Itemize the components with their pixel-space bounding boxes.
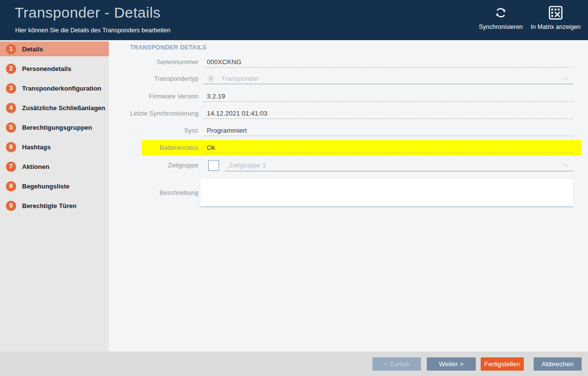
sync-value: Programmiert [207,127,247,134]
next-button[interactable]: Weiter > [427,357,476,371]
show-in-matrix-button[interactable]: In Matrix anzeigen [523,5,588,36]
sidebar-item-berechtigungsgruppen[interactable]: 5 Berechtigungsgruppen [0,120,109,135]
batteriestatus-value: Ok [207,144,215,151]
firmware-value: 3.2.19 [207,93,225,100]
zeitgruppe-value: Zeitgruppe 1 [229,162,266,169]
form-row-batteriestatus: Batteriestatus Ok [109,142,588,153]
form-row-sync: Sync Programmiert [109,125,588,136]
sidebar-item-berechtigte-tueren[interactable]: 9 Berechtigte Türen [0,198,109,213]
transpondertyp-value: Transponder [221,75,259,82]
sync-label: Sync [109,125,198,136]
sidebar-item-transponderkonfiguration[interactable]: 3 Transponderkonfiguration [0,81,109,95]
cancel-button[interactable]: Abbrechen [534,357,582,371]
form-row-letzte-synchronisierung: Letzte Synchronisierung 14.12.2021 01:41… [109,108,588,119]
synchronize-label: Synchronisieren [479,24,523,30]
back-button[interactable]: < Zurück [372,357,421,371]
transpondertyp-select: Transponder [203,73,573,84]
batteriestatus-label: Batteriestatus [109,142,198,153]
step-number-badge: 7 [6,162,16,172]
sidebar-item-zusaetzliche-schliessanlagen[interactable]: 4 Zusätzliche Schließanlagen [0,100,109,115]
batteriestatus-field: Ok [203,142,573,153]
page-title: Transponder - Details [15,4,161,21]
step-label: Begehungsliste [22,183,70,190]
step-label: Details [22,46,43,53]
form-row-zeitgruppe: Zeitgruppe Zeitgruppe 1 [109,160,588,171]
beschreibung-label: Beschreibung [109,178,198,207]
seriennummer-label: Seriennummer [109,57,198,68]
step-label: Zusätzliche Schließanlagen [22,104,105,112]
form-row-beschreibung: Beschreibung [109,178,588,207]
zeitgruppe-select: Zeitgruppe 1 [225,160,573,171]
radio-icon [208,75,214,82]
letzte-synchronisierung-value: 14.12.2021 01:41:03 [207,110,268,117]
seriennummer-field[interactable]: 000XCKNG [203,57,573,68]
footer-bar: < Zurück Weiter > Fertigstellen Abbreche… [0,352,588,376]
letzte-synchronisierung-field: 14.12.2021 01:41:03 [203,108,573,119]
step-label: Personendetails [22,65,71,72]
chevron-down-icon [563,75,567,79]
header: Transponder - Details Hier können Sie di… [0,0,588,40]
sidebar-item-hashtags[interactable]: 6 Hashtags [0,140,109,154]
app-window: Transponder - Details Hier können Sie di… [0,0,588,376]
step-label: Berechtigte Türen [22,202,76,210]
show-in-matrix-label: In Matrix anzeigen [531,24,581,30]
zeitgruppe-label: Zeitgruppe [109,160,198,171]
step-label: Berechtigungsgruppen [22,124,92,131]
form-row-seriennummer: Seriennummer 000XCKNG [109,57,588,68]
step-number-badge: 1 [6,44,16,54]
finish-button[interactable]: Fertigstellen [481,357,524,371]
sync-icon [493,5,508,20]
page-subtitle: Hier können Sie die Details des Transpon… [15,27,171,34]
form-row-firmware: Firmware Version 3.2.19 [109,91,588,102]
step-label: Transponderkonfiguration [22,85,101,92]
beschreibung-textarea[interactable] [200,178,573,207]
zeitgruppe-checkbox[interactable] [208,160,219,171]
wizard-steps-sidebar: 1 Details 2 Personendetails 3 Transponde… [0,40,109,352]
chevron-down-icon [563,162,567,166]
firmware-label: Firmware Version [109,91,198,102]
step-number-badge: 3 [6,83,16,94]
matrix-grid-icon [548,5,563,20]
step-label: Aktionen [22,163,49,170]
form-row-transpondertyp: Transpondertyp Transponder [109,73,588,84]
step-number-badge: 5 [6,122,16,133]
zeitgruppe-field: Zeitgruppe 1 [203,160,573,171]
sync-field: Programmiert [203,125,573,136]
transpondertyp-label: Transpondertyp [109,73,198,84]
step-number-badge: 4 [6,103,16,113]
sidebar-item-aktionen[interactable]: 7 Aktionen [0,159,109,174]
details-panel: TRANSPONDER DETAILS Seriennummer 000XCKN… [109,40,588,352]
step-number-badge: 9 [6,201,16,211]
sidebar-item-details[interactable]: 1 Details [0,42,109,56]
step-number-badge: 2 [6,64,16,74]
sidebar-item-personendetails[interactable]: 2 Personendetails [0,61,109,76]
section-title: TRANSPONDER DETAILS [130,44,206,51]
step-number-badge: 8 [6,181,16,191]
sidebar-item-begehungsliste[interactable]: 8 Begehungsliste [0,179,109,193]
firmware-field: 3.2.19 [203,91,573,102]
step-number-badge: 6 [6,142,16,152]
seriennummer-value: 000XCKNG [207,58,242,66]
step-label: Hashtags [22,143,51,151]
letzte-synchronisierung-label: Letzte Synchronisierung [109,108,198,119]
